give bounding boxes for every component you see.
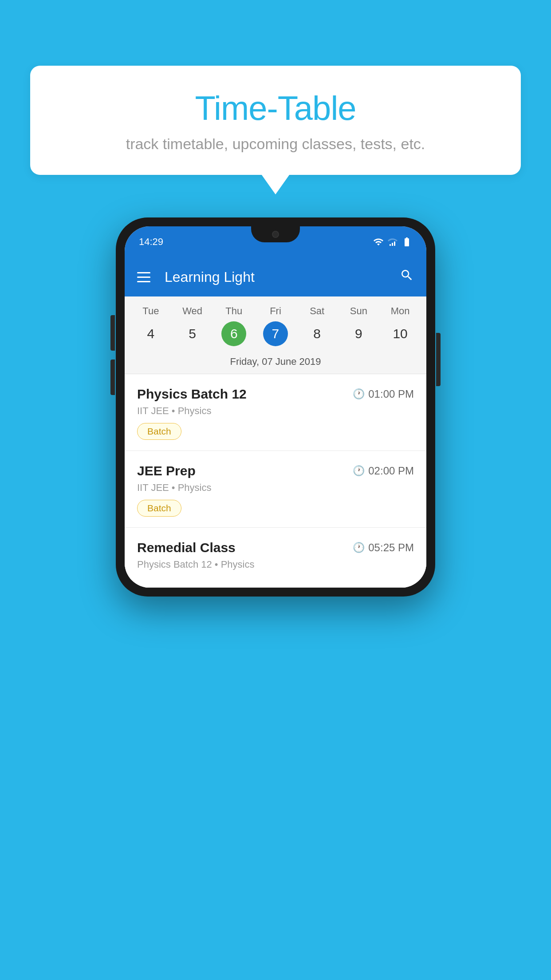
app-bar: Learning Light	[125, 257, 426, 296]
camera	[272, 231, 279, 238]
status-icons	[373, 237, 412, 247]
batch-badge: Batch	[137, 500, 181, 517]
day-col-7[interactable]: Fri7	[258, 305, 293, 346]
day-col-4[interactable]: Tue4	[133, 305, 169, 346]
schedule-item[interactable]: Remedial Class🕐 05:25 PMPhysics Batch 12…	[125, 528, 426, 588]
battery-icon	[401, 237, 412, 247]
app-title: Learning Light	[165, 269, 389, 285]
calendar-strip: Tue4Wed5Thu6Fri7Sat8Sun9Mon10 Friday, 07…	[125, 296, 426, 374]
day-number: 9	[346, 321, 371, 346]
clock-icon: 🕐	[353, 465, 365, 477]
day-name: Thu	[225, 305, 242, 317]
menu-icon[interactable]	[137, 272, 150, 282]
svg-rect-0	[394, 241, 395, 246]
phone-screen: 14:29	[125, 226, 426, 588]
schedule-subtitle: IIT JEE • Physics	[137, 482, 414, 494]
day-number: 5	[180, 321, 205, 346]
schedule-title: Physics Batch 12	[137, 387, 247, 402]
day-name: Wed	[182, 305, 202, 317]
day-col-5[interactable]: Wed5	[175, 305, 210, 346]
day-number: 8	[305, 321, 330, 346]
day-name: Mon	[391, 305, 410, 317]
schedule-item[interactable]: JEE Prep🕐 02:00 PMIIT JEE • PhysicsBatch	[125, 451, 426, 528]
intro-card: Time-Table track timetable, upcoming cla…	[30, 66, 521, 175]
schedule-item-header: JEE Prep🕐 02:00 PM	[137, 463, 414, 478]
schedule-time: 🕐 02:00 PM	[353, 465, 414, 477]
search-icon[interactable]	[400, 268, 414, 286]
status-bar: 14:29	[125, 226, 426, 257]
schedule-time: 🕐 01:00 PM	[353, 388, 414, 400]
day-name: Sun	[350, 305, 367, 317]
day-col-6[interactable]: Thu6	[216, 305, 252, 346]
batch-badge: Batch	[137, 423, 181, 440]
schedule-list: Physics Batch 12🕐 01:00 PMIIT JEE • Phys…	[125, 374, 426, 588]
schedule-title: JEE Prep	[137, 463, 196, 478]
day-number: 10	[388, 321, 413, 346]
clock-icon: 🕐	[353, 542, 365, 553]
bubble-title: Time-Table	[57, 89, 494, 127]
phone-mockup: 14:29	[116, 217, 435, 597]
bubble-subtitle: track timetable, upcoming classes, tests…	[57, 135, 494, 153]
day-col-9[interactable]: Sun9	[341, 305, 376, 346]
day-number: 7	[263, 321, 288, 346]
day-number: 4	[138, 321, 163, 346]
svg-rect-1	[392, 243, 393, 246]
schedule-subtitle: IIT JEE • Physics	[137, 405, 414, 417]
selected-date-label: Friday, 07 June 2019	[125, 350, 426, 374]
day-col-8[interactable]: Sat8	[299, 305, 335, 346]
status-time: 14:29	[139, 236, 163, 248]
clock-icon: 🕐	[353, 388, 365, 400]
days-row: Tue4Wed5Thu6Fri7Sat8Sun9Mon10	[125, 296, 426, 350]
signal-icon	[387, 237, 398, 247]
day-col-10[interactable]: Mon10	[382, 305, 418, 346]
schedule-item-header: Remedial Class🕐 05:25 PM	[137, 540, 414, 555]
svg-rect-2	[390, 244, 391, 246]
schedule-time: 🕐 05:25 PM	[353, 541, 414, 554]
day-number: 6	[221, 321, 246, 346]
wifi-icon	[373, 237, 384, 247]
day-name: Sat	[310, 305, 324, 317]
notch	[251, 226, 300, 242]
schedule-subtitle: Physics Batch 12 • Physics	[137, 559, 414, 570]
phone-frame: 14:29	[116, 217, 435, 597]
day-name: Fri	[270, 305, 281, 317]
schedule-item[interactable]: Physics Batch 12🕐 01:00 PMIIT JEE • Phys…	[125, 374, 426, 451]
speech-bubble: Time-Table track timetable, upcoming cla…	[30, 66, 521, 175]
schedule-title: Remedial Class	[137, 540, 236, 555]
schedule-item-header: Physics Batch 12🕐 01:00 PM	[137, 387, 414, 402]
day-name: Tue	[142, 305, 159, 317]
